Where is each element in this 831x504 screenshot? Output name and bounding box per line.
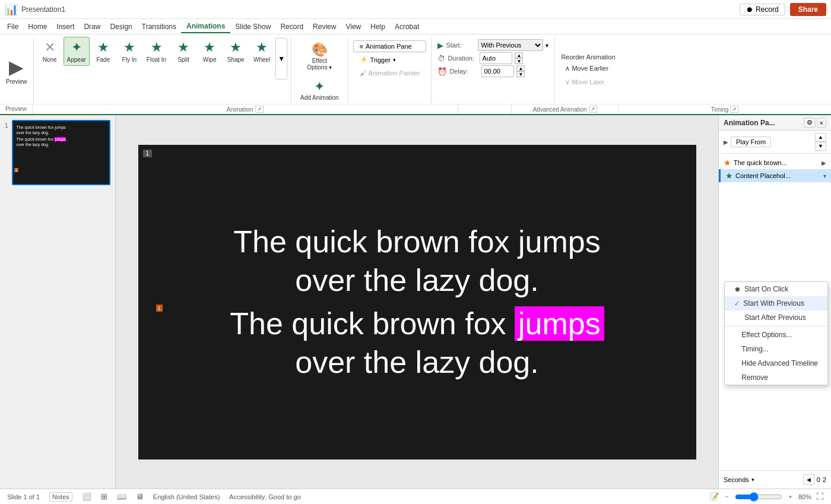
menu-animations[interactable]: Animations xyxy=(181,20,230,33)
animation-floatin-button[interactable]: ★ Float In xyxy=(143,37,170,66)
wheel-icon: ★ xyxy=(256,40,268,55)
duration-down-button[interactable]: ▼ xyxy=(515,58,523,64)
view-reading-icon[interactable]: 📖 xyxy=(117,492,126,501)
play-icon: ▶ xyxy=(724,139,728,145)
notes-button[interactable]: Notes xyxy=(49,492,72,502)
effect-options-button[interactable]: 🎨 EffectOptions ▾ xyxy=(302,39,337,74)
start-icon: ▶ xyxy=(437,41,443,50)
ctx-separator-1 xyxy=(725,326,827,327)
anim-pane-settings-button[interactable]: ⚙ xyxy=(804,118,816,128)
animation-wheel-button[interactable]: ★ Wheel xyxy=(249,37,274,66)
zoom-out-icon[interactable]: － xyxy=(724,492,730,501)
shape-label: Shape xyxy=(227,56,245,63)
ctx-timing[interactable]: Timing... xyxy=(725,342,827,356)
animation-split-button[interactable]: ★ Split xyxy=(171,37,196,66)
anim-item-2[interactable]: ★ Content Placehol... ▾ xyxy=(719,169,831,182)
menu-draw[interactable]: Draw xyxy=(79,21,105,33)
zoom-level: 80% xyxy=(798,493,811,500)
ctx-remove[interactable]: Remove xyxy=(725,370,827,385)
ribbon-preview-section: ▶ Preview xyxy=(0,37,34,104)
menu-record[interactable]: Record xyxy=(275,21,308,33)
view-normal-icon[interactable]: ⬜ xyxy=(82,492,91,501)
pane-down-button[interactable]: ▼ xyxy=(815,142,826,151)
delay-up-button[interactable]: ▲ xyxy=(516,65,525,71)
fit-slide-icon[interactable]: ⛶ xyxy=(816,492,824,501)
animation-pane-button[interactable]: ≡ Animation Pane xyxy=(353,40,427,52)
wipe-label: Wipe xyxy=(203,56,217,63)
menu-acrobat[interactable]: Acrobat xyxy=(390,21,424,33)
start-dropdown-icon[interactable]: ▾ xyxy=(545,42,548,49)
start-select[interactable]: With Previous On Click After Previous xyxy=(478,39,543,51)
move-later-icon: ∨ xyxy=(565,78,570,86)
advanced-section-expand-icon[interactable]: ↗ xyxy=(589,106,597,113)
slide[interactable]: 1 The quick brown fox jumpsover the lazy… xyxy=(138,145,696,459)
ctx-effect-options[interactable]: Effect Options... xyxy=(725,328,827,342)
trigger-icon: ⚡ xyxy=(360,56,368,64)
ctx-start-after-previous[interactable]: ⏺ Start After Previous xyxy=(725,310,827,325)
delay-label: Delay: xyxy=(449,68,479,75)
slide-text-1: The quick brown fox jumpsover the lazy d… xyxy=(168,223,667,300)
status-left: Slide 1 of 1 Notes ⬜ ⊞ 📖 🖥 English (Unit… xyxy=(7,492,301,502)
seconds-label-btn[interactable]: Seconds ▾ xyxy=(724,476,754,483)
ctx-click-icon: ⏺ xyxy=(734,286,741,293)
trigger-button[interactable]: ⚡ Trigger ▾ xyxy=(353,53,427,66)
split-label: Split xyxy=(177,56,189,63)
ctx-start-with-previous[interactable]: ✓ Start With Previous xyxy=(725,296,827,310)
animation-appear-button[interactable]: ✦ Appear xyxy=(64,37,90,66)
ctx-start-on-click[interactable]: ⏺ Start On Click xyxy=(725,282,827,296)
menu-home[interactable]: Home xyxy=(23,21,52,33)
delay-input[interactable] xyxy=(481,65,514,77)
duration-input[interactable] xyxy=(480,52,512,64)
anim-item-1-text: The quick brown... xyxy=(734,159,819,166)
animation-flyin-button[interactable]: ★ Fly In xyxy=(117,37,142,66)
animation-painter-button[interactable]: 🖌 Animation Painter xyxy=(353,67,427,79)
menu-help[interactable]: Help xyxy=(366,21,390,33)
appear-icon: ✦ xyxy=(71,40,82,55)
notes-icon[interactable]: 📝 xyxy=(709,492,719,501)
menu-view[interactable]: View xyxy=(341,21,366,33)
menu-insert[interactable]: Insert xyxy=(52,21,79,33)
view-presenter-icon[interactable]: 🖥 xyxy=(136,492,144,501)
seconds-label: Seconds xyxy=(724,476,749,483)
file-name: Presentation1 xyxy=(21,5,65,14)
ctx-hide-advanced[interactable]: Hide Advanced Timeline xyxy=(725,356,827,370)
animation-wipe-button[interactable]: ★ Wipe xyxy=(197,37,222,66)
menu-transitions[interactable]: Transitions xyxy=(137,21,181,33)
view-grid-icon[interactable]: ⊞ xyxy=(101,492,107,501)
duration-up-button[interactable]: ▲ xyxy=(515,52,523,58)
floatin-label: Float In xyxy=(147,56,166,63)
floatin-icon: ★ xyxy=(151,40,163,55)
animation-section-expand-icon[interactable]: ↗ xyxy=(255,106,264,113)
anim-item-1[interactable]: ★ The quick brown... ▶ xyxy=(719,156,831,169)
animation-fade-button[interactable]: ★ Fade xyxy=(91,37,116,66)
menu-review[interactable]: Review xyxy=(308,21,341,33)
menu-design[interactable]: Design xyxy=(105,21,137,33)
zoom-slider[interactable] xyxy=(735,492,782,502)
zoom-in-icon[interactable]: ＋ xyxy=(787,492,794,501)
slide-thumbnail[interactable]: The quick brown fox jumpsover the lazy d… xyxy=(12,120,110,185)
play-from-button[interactable]: Play From xyxy=(731,137,771,147)
pane-up-button[interactable]: ▲ xyxy=(815,133,826,142)
add-animation-button[interactable]: ✦ Add Animation xyxy=(295,76,344,104)
animation-none-button[interactable]: ✕ None xyxy=(37,37,62,66)
animation-pane-icon: ≡ xyxy=(360,43,363,50)
share-button[interactable]: Share xyxy=(790,3,826,16)
move-later-button[interactable]: ∨ Move Later xyxy=(561,77,615,88)
anim-pane-close-button[interactable]: × xyxy=(817,118,826,128)
seconds-left-button[interactable]: ◀ xyxy=(803,474,814,485)
animation-painter-icon: 🖌 xyxy=(360,69,366,77)
delay-down-button[interactable]: ▼ xyxy=(516,71,525,77)
timing-section-expand-icon[interactable]: ↗ xyxy=(730,106,738,113)
menu-file[interactable]: File xyxy=(2,21,23,33)
record-button[interactable]: ⏺ Record xyxy=(740,4,785,15)
menu-bar: File Home Insert Draw Design Transitions… xyxy=(0,19,831,34)
anim-item-2-dropdown[interactable]: ▾ xyxy=(823,173,826,179)
seconds-dropdown-icon: ▾ xyxy=(751,477,754,483)
menu-slideshow[interactable]: Slide Show xyxy=(230,21,275,33)
animation-scroll-button[interactable]: ▼ xyxy=(275,38,287,80)
none-icon: ✕ xyxy=(45,40,55,55)
animation-shape-button[interactable]: ★ Shape xyxy=(223,37,248,66)
title-bar-right: ⏺ Record Share xyxy=(740,3,826,16)
move-earlier-button[interactable]: ∧ Move Earlier xyxy=(561,63,615,74)
preview-button[interactable]: ▶ Preview xyxy=(6,37,27,104)
